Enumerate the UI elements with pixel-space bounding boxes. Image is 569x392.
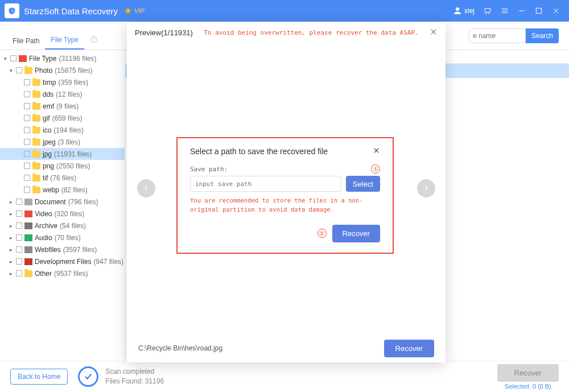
save-path-dialog: Select a path to save the recovered file… — [176, 137, 394, 254]
help-icon[interactable] — [84, 31, 104, 49]
app-header: StarzSoft Data Recovery VIP xiej — [0, 0, 569, 22]
tree-tif[interactable]: tif(76 files) — [0, 172, 125, 184]
tree-video[interactable]: ▸Video(320 files) — [0, 208, 125, 220]
annotation-badge-1: ① — [371, 164, 380, 174]
cart-icon[interactable] — [479, 2, 496, 19]
tab-file-path[interactable]: File Path — [7, 32, 45, 49]
tree-gif[interactable]: gif(659 files) — [0, 112, 125, 124]
tree-webfiles[interactable]: ▸Webfiles(3597 files) — [0, 244, 125, 255]
recover-button[interactable]: Recover — [497, 364, 559, 382]
minimize-icon[interactable] — [513, 2, 530, 19]
preview-close-icon[interactable] — [430, 28, 438, 38]
search-input[interactable] — [469, 28, 526, 43]
preview-next-icon[interactable] — [417, 179, 435, 197]
svg-rect-1 — [536, 8, 541, 13]
footer: Back to Home Scan completed Files Found:… — [0, 361, 569, 392]
svg-point-0 — [456, 7, 459, 11]
scan-status: Scan completed Files Found: 31196 — [105, 367, 164, 386]
tree-archive[interactable]: ▸Archive(54 files) — [0, 220, 125, 232]
app-logo-icon — [5, 3, 19, 18]
menu-icon[interactable] — [496, 2, 513, 19]
annotation-badge-2: ② — [318, 229, 327, 238]
save-path-input[interactable] — [190, 176, 341, 192]
save-dialog-recover-button[interactable]: Recover — [332, 225, 380, 242]
tree-emf[interactable]: emf(9 files) — [0, 100, 125, 112]
select-path-button[interactable]: Select — [346, 176, 380, 192]
tree-audio[interactable]: ▸Audio(70 files) — [0, 232, 125, 244]
tree-bmp[interactable]: bmp(359 files) — [0, 76, 125, 88]
tree-dds[interactable]: dds(12 files) — [0, 88, 125, 100]
selected-count: Selected: 0 (0 B) — [497, 383, 559, 390]
tree-ico[interactable]: ico(194 files) — [0, 124, 125, 136]
tree-png[interactable]: png(2550 files) — [0, 160, 125, 172]
tab-file-type[interactable]: File Type — [45, 31, 84, 49]
preview-title: Preview(1/11931) — [135, 28, 193, 37]
tree-jpeg[interactable]: jpeg(3 files) — [0, 136, 125, 148]
save-dialog-note: You are recommended to store the files i… — [190, 196, 380, 214]
file-type-tree: ▾File Type(31196 files) ▾Photo(15875 fil… — [0, 50, 125, 361]
close-icon[interactable] — [547, 2, 564, 19]
tree-webp[interactable]: webp(82 files) — [0, 184, 125, 196]
scan-complete-icon — [78, 366, 98, 387]
back-to-home-button[interactable]: Back to Home — [10, 369, 68, 385]
preview-recover-button[interactable]: Recover — [384, 340, 434, 357]
save-path-label: Save path: — [190, 166, 371, 173]
preview-prev-icon[interactable] — [137, 179, 155, 197]
tree-dev[interactable]: ▸Development Files(947 files) — [0, 255, 125, 267]
preview-filepath: C:\Recycle Bin\hes\road.jpg — [138, 344, 222, 352]
tree-photo[interactable]: ▾Photo(15875 files) — [0, 64, 125, 76]
app-title: StarzSoft Data Recovery — [24, 6, 118, 16]
preview-warning: To avoid being overwritten, please recov… — [193, 29, 430, 36]
save-dialog-close-icon[interactable] — [373, 146, 380, 156]
vip-badge[interactable]: VIP — [123, 6, 145, 15]
maximize-icon[interactable] — [530, 2, 547, 19]
save-dialog-title: Select a path to save the recovered file — [190, 147, 328, 156]
tree-jpg[interactable]: jpg(11931 files) — [0, 148, 125, 160]
tree-other[interactable]: ▸Other(9537 files) — [0, 267, 125, 279]
tree-root[interactable]: ▾File Type(31196 files) — [0, 52, 125, 64]
account-button[interactable]: xiej — [452, 6, 475, 16]
search-button[interactable]: Search — [526, 28, 559, 43]
tree-document[interactable]: ▸Document(796 files) — [0, 196, 125, 208]
